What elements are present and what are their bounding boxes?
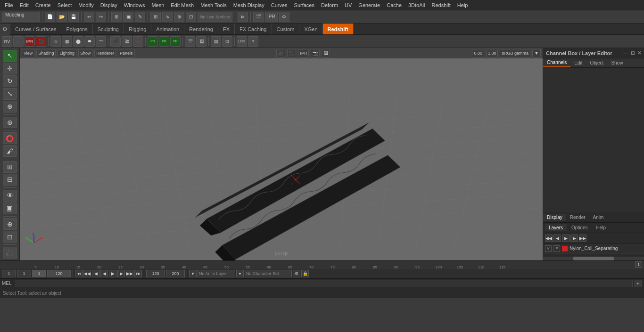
camera-btn[interactable]: 🎥 <box>3 247 17 259</box>
redo-btn[interactable]: ↪ <box>96 12 106 22</box>
frame-end-input[interactable] <box>166 270 185 277</box>
menu-windows[interactable]: Windows <box>121 1 148 9</box>
rs-log-btn[interactable]: LOG <box>237 36 247 47</box>
sublayer-tab-help[interactable]: Help <box>592 224 610 231</box>
lasso-btn[interactable]: ⭕ <box>3 132 17 144</box>
render-region-btn[interactable]: ▣ <box>3 202 17 214</box>
snap2-btn[interactable]: ⊟ <box>3 174 17 186</box>
menu-cache[interactable]: Cache <box>384 1 405 9</box>
layer-play-btn[interactable]: ▶ <box>562 235 570 242</box>
rs-btn-2[interactable]: 🎥 <box>13 36 24 47</box>
rs-mat2-btn[interactable]: ⊡ <box>222 36 232 47</box>
tab-fx-caching[interactable]: FX Caching <box>235 24 272 34</box>
layer-next-btn[interactable]: ▶▶ <box>579 235 586 242</box>
viewport[interactable]: View Shading Lighting Show Renderer Pane… <box>20 48 543 260</box>
open-scene-btn[interactable]: 📂 <box>57 12 67 22</box>
show-menu-btn[interactable]: Show <box>78 49 93 57</box>
layer-scroll[interactable] <box>543 254 644 260</box>
menu-mesh-tools[interactable]: Mesh Tools <box>198 1 229 9</box>
rs-circle-btn[interactable]: ● <box>133 36 143 47</box>
tab-fx[interactable]: FX <box>218 24 235 34</box>
snap-live-btn[interactable]: No Live Surface <box>198 12 232 22</box>
tab-rigging[interactable]: Rigging <box>124 24 151 34</box>
tab-object[interactable]: Object <box>586 58 608 67</box>
shading-menu-btn[interactable]: Shading <box>36 49 56 57</box>
next-frame-btn[interactable]: ▶▶ <box>126 270 133 277</box>
ipr-vp-btn[interactable]: IPR <box>298 49 309 57</box>
end-frame-input[interactable] <box>32 270 46 277</box>
snap-curve-btn[interactable]: ∿ <box>162 12 173 22</box>
layer-scroll-thumb[interactable] <box>573 257 614 260</box>
mode-dropdown[interactable]: Modeling <box>2 12 40 22</box>
anim-layer-arrow[interactable]: ▼ <box>189 270 197 277</box>
command-input[interactable] <box>16 280 633 287</box>
tab-show[interactable]: Show <box>607 58 627 67</box>
rs-render-btn[interactable]: 🖼 <box>196 36 206 47</box>
menu-mesh-display[interactable]: Mesh Display <box>231 1 267 9</box>
timeline-playhead[interactable] <box>4 261 4 269</box>
menu-create[interactable]: Create <box>33 1 54 9</box>
timeline-settings-btn[interactable]: ⚙ <box>293 270 300 277</box>
rs-sphere-btn[interactable]: ⬤ <box>73 36 83 47</box>
lighting-menu-btn[interactable]: Lighting <box>58 49 76 57</box>
start-frame-input[interactable] <box>2 270 16 277</box>
cb-close-btn[interactable]: ✕ <box>637 50 641 56</box>
layer-next-step-btn[interactable]: ▶ <box>570 235 578 242</box>
soft-mod-btn[interactable]: ⊛ <box>3 117 17 129</box>
last-tool-btn[interactable]: ⊡ <box>3 231 17 243</box>
color-space-arrow[interactable]: ▼ <box>532 49 541 57</box>
menu-deform[interactable]: Deform <box>318 1 341 9</box>
rs-shape-btn[interactable]: ⬬ <box>84 36 95 47</box>
paint-btn[interactable]: 🖌 <box>3 145 17 157</box>
tab-polygons[interactable]: Polygons <box>61 24 92 34</box>
history-btn[interactable]: ⊳ <box>238 12 248 22</box>
rs-btn-4[interactable]: ⬛ <box>36 36 46 47</box>
rs-cube-btn[interactable]: ⬛ <box>110 36 121 47</box>
menu-generate[interactable]: Generate <box>355 1 383 9</box>
sublayer-tab-layers[interactable]: Layers <box>545 224 567 231</box>
layer-prev-step-btn[interactable]: ◀ <box>553 235 561 242</box>
color-space-display[interactable]: sRGB gamma <box>500 49 530 57</box>
ipr-btn[interactable]: IPR <box>265 12 278 22</box>
cb-maximize-btn[interactable]: ⊡ <box>631 50 635 56</box>
current-frame-input[interactable] <box>17 270 31 277</box>
panels-menu-btn[interactable]: Panels <box>118 49 135 57</box>
layer-prev-btn[interactable]: ◀◀ <box>545 235 553 242</box>
rs-wave-btn[interactable]: 〜 <box>96 36 106 47</box>
layer-v-btn[interactable]: V <box>545 245 552 252</box>
tab-channels[interactable]: Channels <box>543 58 570 67</box>
prev-frame-btn[interactable]: ◀◀ <box>83 270 91 277</box>
snap-surface-btn[interactable]: ⊡ <box>186 12 196 22</box>
command-enter-btn[interactable]: ↵ <box>635 280 642 287</box>
play-start-btn[interactable]: ⏮ <box>75 270 83 277</box>
view-menu-btn[interactable]: View <box>22 49 34 57</box>
timeline-ruler[interactable]: 5 10 15 20 25 30 35 40 45 50 55 60 65 70… <box>0 261 644 269</box>
move-tool-btn[interactable]: ✛ <box>3 63 17 74</box>
timeline-lock-btn[interactable]: 🔒 <box>301 270 309 277</box>
settings-btn[interactable]: ⚙ <box>0 24 10 35</box>
range-end-input[interactable] <box>47 270 71 277</box>
rs-help-btn[interactable]: ? <box>248 36 258 47</box>
render-btn[interactable]: 🎬 <box>253 12 264 22</box>
render-settings-btn[interactable]: ⚙ <box>279 12 289 22</box>
anim-layer-arrow2[interactable]: ▼ <box>236 270 244 277</box>
save-scene-btn[interactable]: 💾 <box>68 12 79 22</box>
render-icon-btn[interactable]: 🖼 <box>322 49 330 57</box>
layer-p-btn[interactable]: P <box>553 245 560 252</box>
menu-curves[interactable]: Curves <box>268 1 290 9</box>
select-mode-btn[interactable]: ▣ <box>123 12 133 22</box>
undo-btn[interactable]: ↩ <box>84 12 94 22</box>
tab-sculpting[interactable]: Sculpting <box>93 24 124 34</box>
layer-tab-render[interactable]: Render <box>566 214 589 221</box>
tab-custom[interactable]: Custom <box>272 24 300 34</box>
play-back-btn[interactable]: ◀ <box>100 270 108 277</box>
menu-display[interactable]: Display <box>98 1 120 9</box>
paint-select-btn[interactable]: ✎ <box>135 12 145 22</box>
new-scene-btn[interactable]: 📄 <box>45 12 55 22</box>
menu-surfaces[interactable]: Surfaces <box>291 1 317 9</box>
select-tool-btn[interactable]: ↖ <box>3 50 17 62</box>
layer-tab-display[interactable]: Display <box>543 214 566 221</box>
menu-redshift[interactable]: Redshift <box>429 1 453 9</box>
tab-rendering[interactable]: Rendering <box>184 24 218 34</box>
menu-edit[interactable]: Edit <box>17 1 32 9</box>
